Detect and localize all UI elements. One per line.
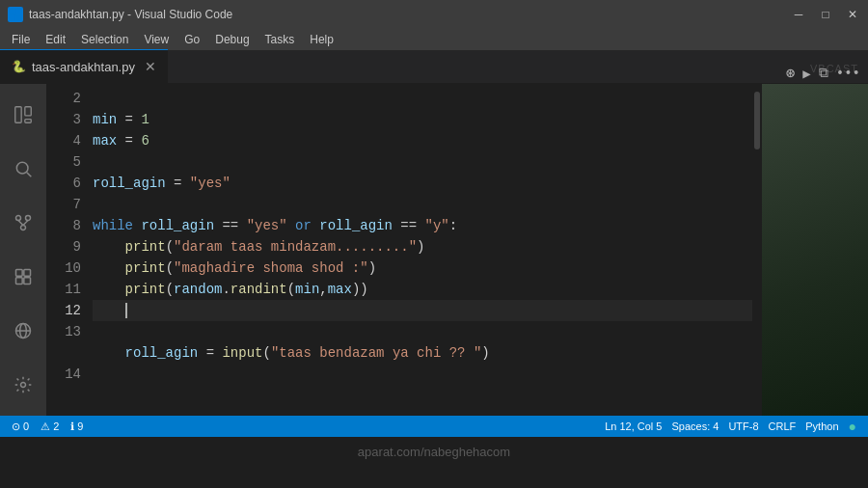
app-icon [8,7,23,22]
status-cursor-position[interactable]: Ln 12, Col 5 [601,419,665,434]
svg-rect-4 [15,107,21,123]
language-text: Python [805,420,838,432]
token: = [117,109,141,130]
code-line-3: min = 1 [93,109,752,130]
svg-point-21 [21,383,26,388]
token: ) [368,258,376,279]
sidebar-item-remote[interactable] [0,308,46,354]
title-bar: taas-andakhtan.py - Visual Studio Code ─… [0,0,868,29]
vertical-scrollbar[interactable] [752,88,762,416]
status-line-ending[interactable]: CRLF [765,419,800,434]
svg-rect-16 [16,278,23,285]
info-count: 9 [77,420,83,432]
svg-rect-14 [16,270,23,277]
token: ( [166,258,174,279]
token: ( [166,236,174,258]
menu-debug[interactable]: Debug [207,31,257,48]
text-cursor [125,303,127,318]
token: . [222,279,230,300]
error-count: 0 [23,420,29,432]
menu-view[interactable]: View [136,31,176,48]
token: 6 [141,130,149,151]
menu-tasks[interactable]: Tasks [258,31,303,48]
token [287,215,295,236]
svg-rect-0 [10,9,15,14]
token: roll_agin [141,215,214,236]
info-icon: ℹ [70,420,74,433]
remote-explore-icon[interactable]: ⊛ [786,64,796,83]
sidebar-item-search[interactable] [0,146,46,192]
warning-count: 2 [53,420,59,432]
code-text[interactable]: min = 1 max = 6 roll_agin [93,88,752,416]
menu-help[interactable]: Help [302,31,341,48]
token: while [93,215,133,236]
token: max [93,130,117,151]
svg-point-9 [16,216,21,221]
close-button[interactable]: ✕ [845,8,860,21]
svg-point-10 [26,216,31,221]
code-line-13 [93,321,752,342]
sidebar-item-source-control[interactable] [0,200,46,246]
token: ( [166,279,174,300]
token: min [295,279,319,300]
activity-bar [0,84,46,416]
token: == [214,215,247,236]
token: "y" [425,215,449,236]
token: max [328,279,352,300]
token: roll_agin [93,173,166,194]
tab-bar: 🐍 taas-andakhtan.py ✕ ⊛ ▶ ⧉ ••• [0,50,868,84]
sidebar-item-explorer[interactable] [0,92,46,138]
code-line-2 [93,88,752,109]
status-right-section: Ln 12, Col 5 Spaces: 4 UTF-8 CRLF Python… [601,419,860,434]
status-language[interactable]: Python [801,419,842,434]
svg-line-12 [18,221,23,226]
menu-edit[interactable]: Edit [38,31,73,48]
python-env-icon: ● [849,419,856,434]
window-title: taas-andakhtan.py - Visual Studio Code [29,8,791,21]
code-line-14: roll_agin = input ( "taas bendazam ya ch… [93,342,752,364]
code-line-4: max = 6 [93,130,752,151]
svg-rect-15 [24,270,31,277]
token: min [93,109,117,130]
token: randint [231,279,287,300]
minimize-button[interactable]: ─ [791,8,806,21]
code-line-10: print ( "maghadire shoma shod :" ) [93,258,752,279]
settings-icon[interactable] [0,362,46,408]
token: = [166,173,190,194]
tab-active[interactable]: 🐍 taas-andakhtan.py ✕ [0,49,168,83]
main-content: 2 3 4 5 6 7 8 9 10 11 12 13 14 [0,84,868,416]
menu-go[interactable]: Go [176,31,207,48]
svg-point-7 [16,162,28,174]
code-editor[interactable]: 2 3 4 5 6 7 8 9 10 11 12 13 14 [46,84,762,416]
token: "yes" [247,215,287,236]
code-line-6: roll_agin = "yes" [93,173,752,194]
sidebar-item-extensions[interactable] [0,254,46,300]
status-errors[interactable]: ⊙ 0 [8,420,33,433]
scrollbar-thumb[interactable] [754,92,760,149]
status-warnings[interactable]: ⚠ 2 [37,420,63,433]
menu-selection[interactable]: Selection [73,31,136,48]
spaces-text: Spaces: 4 [671,420,719,432]
background-image [762,84,868,416]
status-spaces[interactable]: Spaces: 4 [667,419,722,434]
maximize-button[interactable]: □ [818,8,833,21]
status-info[interactable]: ℹ 9 [67,420,87,433]
cursor-position-text: Ln 12, Col 5 [605,420,662,432]
token [312,215,319,236]
editor-area[interactable]: 2 3 4 5 6 7 8 9 10 11 12 13 14 [46,84,762,416]
tab-close-button[interactable]: ✕ [145,59,156,74]
svg-rect-5 [25,107,31,116]
code-line-12 [93,300,752,321]
token-or: or [295,215,312,236]
token [93,279,125,300]
status-encoding[interactable]: UTF-8 [724,419,762,434]
status-python-env[interactable]: ● [845,419,860,434]
token: "daram taas mindazam........." [174,236,417,258]
token: "yes" [190,173,231,194]
token: roll_agin [319,215,393,236]
token: "maghadire shoma shod :" [174,258,368,279]
token: roll_agin [125,342,199,364]
menu-file[interactable]: File [4,31,38,48]
token [93,258,125,279]
error-icon: ⊙ [12,420,20,433]
